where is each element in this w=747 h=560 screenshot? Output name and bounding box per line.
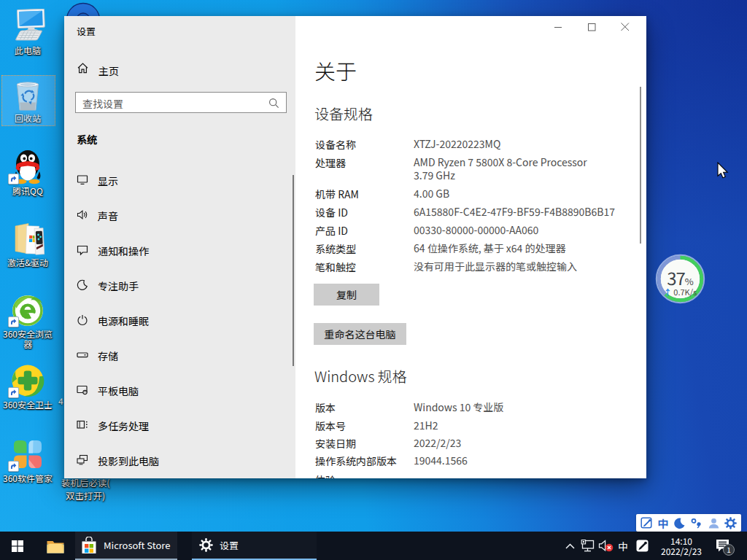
mouse-cursor [717, 162, 729, 180]
sidebar-item-label: 投影到此电脑 [98, 454, 159, 468]
content-scrollbar[interactable] [640, 87, 641, 244]
desktop-icon-this-pc[interactable]: 此电脑 [0, 9, 55, 55]
ethernet-network-icon [581, 540, 595, 552]
spec-row-value: 00330-80000-00000-AA060 [414, 223, 538, 236]
tray-network-icon[interactable] [578, 532, 596, 560]
desktop-icon-label: 激活&驱动 [0, 257, 55, 268]
sogou-logo-icon[interactable] [640, 517, 653, 529]
maximize-button[interactable] [575, 16, 608, 38]
desktop-screen: 此电脑 回收站 [0, 0, 747, 560]
sound-icon [77, 209, 88, 221]
desktop-icon-qq[interactable]: 腾讯QQ [0, 148, 55, 196]
search-icon [268, 98, 279, 109]
spec-row-label: 设备 ID [315, 205, 348, 219]
file-explorer-icon [46, 538, 65, 554]
spec-row-label: 设备名称 [315, 137, 356, 152]
punctuation-icon[interactable] [690, 517, 703, 529]
file-explorer-button[interactable] [38, 532, 73, 560]
desktop-icon-label: 腾讯QQ [0, 186, 55, 196]
copy-button[interactable]: 复制 [314, 284, 379, 306]
spec-row-label: 版本号 [315, 419, 346, 433]
spec-row-label: 系统类型 [315, 241, 356, 256]
tray-ime-indicator[interactable]: 中 [615, 532, 631, 560]
desktop-icon-360-appstore[interactable]: 360软件管家 [0, 437, 55, 483]
chevron-up-icon [565, 543, 575, 549]
taskbar-clock[interactable]: 14:10 2022/2/23 [655, 532, 708, 560]
spec-row-value: 4.00 GB [414, 187, 449, 200]
chinese-mode-icon[interactable]: 中 [657, 518, 668, 529]
projecting-icon [77, 454, 88, 466]
desktop-icon-recycle-bin[interactable]: 回收站 [0, 78, 55, 123]
network-speed-value: ↑ 0.7K/s [654, 286, 706, 298]
minimize-button[interactable] [541, 16, 575, 38]
spec-row-label: 机带 RAM [315, 187, 359, 201]
storage-icon [77, 349, 88, 361]
hidden-desktop-icon [65, 2, 101, 16]
tray-expand-button[interactable] [562, 532, 578, 560]
sidebar-item-label: 多任务处理 [98, 419, 149, 433]
night-mode-icon[interactable] [673, 517, 686, 529]
desktop-icon-drivers-folder[interactable]: 激活&驱动 [0, 219, 55, 268]
settings-sidebar: 设置 主页 查找设置 系统 显示 声音 [64, 16, 295, 478]
windows-start-icon [12, 540, 23, 552]
sidebar-item-sound[interactable]: 声音 [64, 201, 293, 230]
desktop-readme-label[interactable]: 装机后必读( 双击打开) [55, 476, 115, 502]
windows-spec-title: Windows 规格 [314, 365, 407, 386]
this-pc-icon [9, 9, 47, 44]
spec-row-value: 2022/2/23 [414, 436, 461, 449]
minimize-icon [554, 23, 562, 31]
sidebar-section-header: 系统 [77, 132, 97, 147]
start-button[interactable] [0, 532, 35, 560]
desktop-icon-label: 360安全浏览器 [0, 329, 55, 349]
spec-row-label: 版本 [315, 400, 336, 415]
desktop-icon-360-safe[interactable]: 360安全卫士 [0, 363, 55, 410]
desktop-icon-label: 此电脑 [0, 45, 55, 55]
account-icon[interactable] [708, 517, 720, 529]
folder-icon [11, 219, 44, 256]
ime-toolbar[interactable]: 中 [636, 514, 741, 532]
sidebar-item-home[interactable]: 主页 [71, 61, 290, 79]
device-spec-title: 设备规格 [314, 103, 373, 124]
desktop-icon-360-browser[interactable]: 360安全浏览器 [0, 292, 55, 349]
spec-row-label: 处理器 [315, 155, 346, 170]
sidebar-item-label: 通知和操作 [98, 244, 149, 258]
search-placeholder: 查找设置 [82, 96, 123, 111]
ime-settings-icon[interactable] [724, 517, 737, 529]
sidebar-item-label: 声音 [98, 209, 118, 223]
window-title: 设置 [77, 24, 96, 38]
tray-volume-muted-icon[interactable] [597, 532, 615, 560]
desktop-icon-label: 360安全卫士 [0, 400, 55, 410]
shortcut-arrow-icon [8, 461, 19, 472]
sidebar-item-storage[interactable]: 存储 [64, 341, 293, 370]
tray-date: 2022/2/23 [655, 546, 708, 556]
spec-row-value: XTZJ-20220223MQ [414, 137, 500, 150]
settings-search-input[interactable]: 查找设置 [75, 92, 287, 113]
taskbar-settings-button[interactable]: 设置 [192, 532, 317, 560]
taskbar-settings-label: 设置 [220, 538, 239, 552]
shortcut-arrow-icon [8, 387, 19, 398]
tray-sogou-icon[interactable] [633, 532, 651, 560]
sidebar-item-display[interactable]: 显示 [64, 166, 293, 195]
focus-assist-icon [77, 279, 88, 291]
display-icon [77, 174, 88, 186]
sidebar-item-projecting[interactable]: 投影到此电脑 [64, 446, 293, 475]
sidebar-item-power-sleep[interactable]: 电源和睡眠 [64, 306, 293, 335]
rename-pc-button[interactable]: 重命名这台电脑 [314, 323, 406, 345]
shortcut-arrow-icon [8, 316, 19, 327]
spec-row-label: 操作系统内部版本 [315, 454, 397, 468]
sidebar-item-multitasking[interactable]: 多任务处理 [64, 411, 293, 440]
spec-row-value: AMD Ryzen 7 5800X 8-Core Processor3.79 G… [414, 155, 587, 182]
sidebar-item-tablet[interactable]: 平板电脑 [64, 376, 293, 405]
sidebar-item-notifications[interactable]: 通知和操作 [64, 236, 293, 265]
sidebar-item-label: 专注助手 [98, 279, 139, 293]
shortcut-arrow-icon [8, 174, 19, 184]
sidebar-item-focus-assist[interactable]: 专注助手 [64, 271, 293, 300]
close-button[interactable] [608, 16, 642, 38]
multitasking-icon [77, 419, 88, 431]
taskbar-store-button[interactable]: Microsoft Store [75, 532, 177, 560]
close-icon [621, 23, 630, 31]
spec-row-label: 产品 ID [315, 223, 348, 238]
sogou-tray-icon [636, 540, 649, 552]
sidebar-scrollbar[interactable] [293, 175, 294, 366]
360-speed-ball-widget[interactable]: 37% ↑ 0.7K/s [654, 253, 706, 305]
